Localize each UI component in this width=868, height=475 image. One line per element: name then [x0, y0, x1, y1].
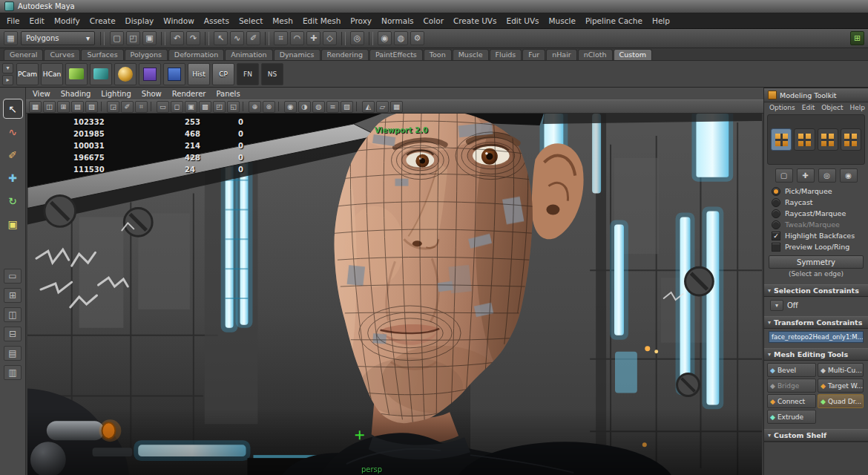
layout-four-pane[interactable]: ⊞: [4, 288, 22, 303]
gate-mask-icon[interactable]: ▣: [185, 101, 197, 113]
check-highlight-backfaces[interactable]: ✓Highlight Backfaces: [764, 230, 868, 241]
menu-file[interactable]: File: [7, 16, 20, 25]
shelf-tab-polygons[interactable]: Polygons: [125, 49, 168, 60]
shelf-tab-rendering[interactable]: Rendering: [321, 49, 369, 60]
panel-menu-lighting[interactable]: Lighting: [101, 90, 131, 98]
shelf-tab-curves[interactable]: Curves: [44, 49, 80, 60]
select-mode-icon[interactable]: ↖: [214, 31, 228, 45]
layout-two-side[interactable]: ◫: [4, 307, 22, 322]
shelf-item-poly-tool-2[interactable]: [90, 63, 112, 85]
menu-proxy[interactable]: Proxy: [350, 16, 372, 25]
shelf-item-hist[interactable]: Hist: [188, 63, 210, 85]
toolkit-menu-options[interactable]: Options: [769, 104, 795, 111]
menu-create-uvs[interactable]: Create UVs: [453, 16, 497, 25]
move-tool[interactable]: ✚: [4, 168, 22, 187]
panel-menu-renderer[interactable]: Renderer: [172, 90, 206, 98]
isolate-select-icon[interactable]: ◭: [362, 101, 375, 113]
select-camera-icon[interactable]: ▦: [29, 101, 42, 113]
xray-icon[interactable]: ▱: [376, 101, 389, 113]
ipr-render-icon[interactable]: ◍: [394, 31, 408, 45]
snap-curve-icon[interactable]: ◠: [290, 31, 304, 45]
grease-pencil-icon[interactable]: ✐: [121, 101, 134, 113]
shelf-visibility-icon[interactable]: ▦: [4, 31, 18, 45]
shelf-item-sphere[interactable]: [114, 63, 137, 85]
lasso-mode-icon[interactable]: ∿: [230, 31, 244, 45]
radio-pick-marquee[interactable]: Pick/Marquee: [764, 186, 868, 197]
drag-select-icon[interactable]: ✚: [797, 168, 815, 183]
face-mode-button[interactable]: [841, 128, 861, 151]
shelf-overflow-icon[interactable]: ▸: [2, 75, 13, 85]
shadows-icon[interactable]: ◑: [298, 101, 311, 113]
shelf-item-hcan[interactable]: HCan: [41, 63, 63, 85]
constraint-dropdown-icon[interactable]: ▾: [770, 300, 783, 311]
snap-point-icon[interactable]: ✚: [306, 31, 320, 45]
shelf-tab-fur[interactable]: Fur: [522, 49, 545, 60]
panel-menu-panels[interactable]: Panels: [216, 90, 240, 98]
marquee-select-icon[interactable]: ▢: [775, 168, 793, 183]
select-tool[interactable]: ↖: [4, 99, 22, 118]
layout-outliner-persp[interactable]: ▥: [4, 365, 22, 380]
symmetry-button[interactable]: Symmetry: [769, 255, 864, 269]
shelf-tab-nhair[interactable]: nHair: [546, 49, 577, 60]
radio-tweak-marquee[interactable]: Tweak/Marquee: [764, 219, 868, 230]
radio-raycast[interactable]: Raycast: [764, 197, 868, 208]
vertex-mode-button[interactable]: [794, 128, 815, 151]
shelf-tab-deformation[interactable]: Deformation: [168, 49, 224, 60]
file-new-icon[interactable]: ▢: [110, 31, 124, 45]
section-custom-shelf[interactable]: ▾ Custom Shelf: [764, 429, 868, 442]
panel-menu-view[interactable]: View: [33, 90, 50, 98]
menu-pipeline-cache[interactable]: Pipeline Cache: [585, 16, 642, 25]
layout-three-pane[interactable]: ▤: [4, 346, 22, 361]
menu-set-select[interactable]: Polygons ▾: [21, 31, 95, 45]
panel-menu-show[interactable]: Show: [142, 90, 162, 98]
section-mesh-editing-tools[interactable]: ▾ Mesh Editing Tools: [764, 348, 868, 361]
bevel-button[interactable]: ◆Bevel: [767, 363, 816, 377]
viewport[interactable]: 1023322530201985468010003121401966754280…: [26, 114, 763, 475]
toolkit-grid-icon[interactable]: ⊞: [850, 31, 864, 45]
radio-raycast-marquee[interactable]: Raycast/Marquee: [764, 208, 868, 219]
menu-mesh[interactable]: Mesh: [272, 16, 293, 25]
film-gate-icon[interactable]: ▭: [157, 101, 169, 113]
active-object-field[interactable]: face_retopo2Head_only1:M...: [769, 331, 864, 343]
quad-dr-button[interactable]: ◆Quad Dr...: [818, 394, 864, 408]
image-plane-icon[interactable]: ▧: [85, 101, 98, 113]
menu-window[interactable]: Window: [163, 16, 194, 25]
redo-icon[interactable]: ↷: [186, 31, 200, 45]
menu-muscle[interactable]: Muscle: [549, 16, 576, 25]
shelf-item-fn[interactable]: FN: [237, 63, 259, 85]
menu-normals[interactable]: Normals: [381, 16, 413, 25]
shelf-tab-custom[interactable]: Custom: [614, 49, 652, 60]
scale-tool[interactable]: ▣: [4, 214, 22, 233]
menu-create[interactable]: Create: [90, 16, 116, 25]
toolkit-menu-object[interactable]: Object: [821, 104, 843, 111]
paint-select-icon[interactable]: ✐: [246, 31, 260, 45]
frame-selected-icon[interactable]: ⊗: [263, 101, 275, 113]
menu-select[interactable]: Select: [239, 16, 263, 25]
menu-modify[interactable]: Modify: [54, 16, 80, 25]
undo-icon[interactable]: ↶: [170, 31, 184, 45]
camera-based-select-icon[interactable]: ◉: [840, 168, 858, 183]
file-open-icon[interactable]: ◰: [126, 31, 140, 45]
shelf-tab-surfaces[interactable]: Surfaces: [81, 49, 123, 60]
shelf-tab-painteffects[interactable]: PaintEffects: [369, 49, 423, 60]
check-preview-loop-ring[interactable]: Preview Loop/Ring: [764, 241, 868, 252]
multi-component-mode-button[interactable]: [771, 128, 792, 151]
lighting-icon[interactable]: ◉: [284, 101, 297, 113]
snap-grid-icon[interactable]: ⌗: [274, 31, 288, 45]
menu-edit-mesh[interactable]: Edit Mesh: [303, 16, 341, 25]
lasso-tool[interactable]: ∿: [4, 122, 22, 141]
wireframe-on-shaded-icon[interactable]: ▦: [390, 101, 403, 113]
pan-zoom-icon[interactable]: ◲: [107, 101, 119, 113]
safe-title-icon[interactable]: ◱: [227, 101, 240, 113]
shelf-tab-toon[interactable]: Toon: [424, 49, 452, 60]
toolkit-menu-help[interactable]: Help: [849, 104, 865, 111]
ambient-occlusion-icon[interactable]: ◍: [312, 101, 325, 113]
shelf-tab-animation[interactable]: Animation: [225, 49, 272, 60]
menu-assets[interactable]: Assets: [204, 16, 229, 25]
camera-attributes-icon[interactable]: ⊞: [57, 101, 70, 113]
menu-edit[interactable]: Edit: [30, 16, 45, 25]
menu-help[interactable]: Help: [652, 16, 670, 25]
section-selection-constraints[interactable]: ▾ Selection Constraints: [764, 284, 868, 297]
shelf-item-grid-2[interactable]: [163, 63, 185, 85]
raycast-select-icon[interactable]: ◎: [818, 168, 836, 183]
